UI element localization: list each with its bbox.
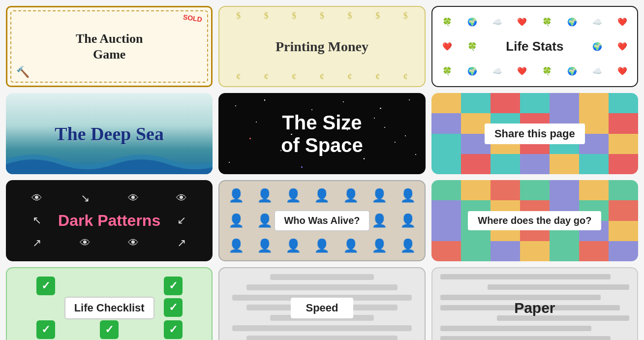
space-title: The Sizeof Space (281, 111, 363, 156)
waves-decoration (6, 145, 213, 174)
card-space[interactable]: The Sizeof Space (218, 93, 425, 174)
card-grid: SOLD The AuctionGame 🔨 $ $ $ $ $ $ $ Pri… (6, 6, 638, 340)
speed-title: Speed (291, 298, 353, 318)
deepsea-title: The Deep Sea (55, 123, 164, 145)
card-daytime[interactable]: Where does the day go? (431, 180, 638, 261)
card-auction[interactable]: SOLD The AuctionGame 🔨 (6, 6, 213, 87)
share-title: Share this page (485, 124, 585, 144)
alive-title: Who Was Alive? (274, 210, 369, 231)
card-printing[interactable]: $ $ $ $ $ $ $ Printing Money ¢ ¢ ¢ ¢ ¢ ¢… (218, 6, 425, 87)
card-paper[interactable]: Paper (431, 267, 638, 340)
checklist-title: Life Checklist (64, 297, 154, 319)
card-alive[interactable]: 👤👤👤👤👤👤👤👤👤👤👤👤👤👤👤👤👤👤👤👤👤 Who Was Alive? (218, 180, 425, 261)
dollar-row-top: $ $ $ $ $ $ $ (219, 11, 424, 21)
auction-title: The AuctionGame (76, 31, 143, 62)
card-lifestats[interactable]: 🍀 🌍 ☁️ ❤️ 🍀 🌍 ☁️ ❤️ ❤️ 🍀 🌍 ❤️ 🍀 🌍 ☁️ ❤️ … (431, 6, 638, 87)
printing-title: Printing Money (276, 39, 368, 55)
card-speed[interactable]: Speed (218, 267, 425, 340)
lifestats-title: Life Stats (498, 36, 571, 57)
hammer-icon: 🔨 (16, 66, 30, 79)
dollar-row-bottom: ¢ ¢ ¢ ¢ ¢ ¢ ¢ (219, 72, 424, 82)
darkpatterns-title: Dark Patterns (58, 212, 160, 230)
card-checklist[interactable]: ✓ ✓ ✓ ✓ ✓ ✓ Life Checklist (6, 267, 213, 340)
card-darkpatterns[interactable]: 👁 ↘ 👁 👁 ↖ ↙ ↗ 👁 👁 ↗ Dark Patterns (6, 180, 213, 261)
paper-title: Paper (514, 300, 555, 316)
card-deepsea[interactable]: The Deep Sea (6, 93, 213, 174)
card-share[interactable]: Share this page (431, 93, 638, 174)
daytime-title: Where does the day go? (468, 211, 601, 230)
